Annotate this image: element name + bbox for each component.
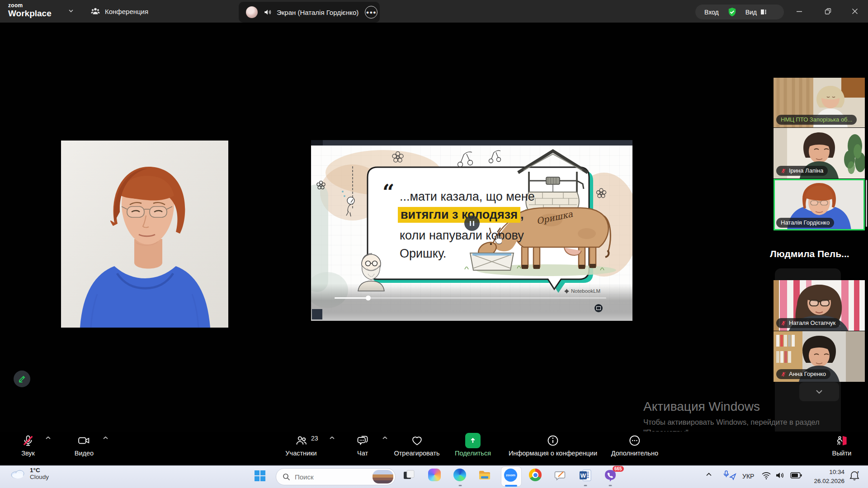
participant-name-label: Наталія Гордієнко xyxy=(776,218,834,228)
more-ellipsis-icon xyxy=(628,432,641,449)
weather-temperature: 1°C xyxy=(30,467,49,474)
highlighted-phrase: витягли з колодязя xyxy=(398,207,520,223)
volume-icon[interactable] xyxy=(775,471,786,480)
camera-icon xyxy=(77,432,91,449)
wifi-icon[interactable] xyxy=(761,471,771,480)
mouse-cursor-hand xyxy=(494,235,502,245)
weather-widget[interactable]: 1°C Cloudy xyxy=(9,467,49,480)
tab-screen-share[interactable]: Экран (Наталія Гордієнко) ●●● xyxy=(239,2,380,23)
zoom-active-indicator xyxy=(505,485,517,487)
info-icon xyxy=(547,432,559,449)
battery-icon[interactable] xyxy=(790,472,802,479)
main-video-natalia-gordiienko xyxy=(61,141,228,328)
windows-logo-icon xyxy=(254,470,266,482)
leave-door-icon xyxy=(835,432,849,449)
participant-tile-nmc-pto[interactable]: НМЦ ПТО Запорізька об... xyxy=(774,78,865,127)
share-window-top-strip xyxy=(311,140,632,145)
view-button[interactable]: Вид xyxy=(745,9,757,16)
notification-bell-icon[interactable]: z xyxy=(849,470,860,482)
word-icon[interactable]: W xyxy=(579,469,592,482)
participant-name-label: Ірина Лапіна xyxy=(776,166,828,176)
close-button[interactable] xyxy=(844,0,865,23)
share-screen-button[interactable]: Поделиться xyxy=(455,432,491,457)
tab-options-ellipsis-icon[interactable]: ●●● xyxy=(365,6,377,19)
restore-button[interactable] xyxy=(817,0,838,23)
speaking-participant-overlay-name: Людмила Пель... xyxy=(770,249,867,259)
annotate-pencil-button[interactable] xyxy=(14,371,30,387)
muted-mic-icon xyxy=(781,320,786,326)
tray-language[interactable]: УКР xyxy=(742,473,754,480)
brand-zoom: zoom xyxy=(8,3,52,8)
participant-name-label: Наталя Остапчук xyxy=(776,318,840,328)
participant-tile-natalia-ostapchuk[interactable]: Наталя Остапчук xyxy=(774,280,865,331)
participant-tile-anna-horenko[interactable]: Анна Горенко xyxy=(774,331,865,382)
cloud-icon xyxy=(9,468,26,479)
chat-options-chevron[interactable] xyxy=(382,436,388,440)
chat-button[interactable]: Чат xyxy=(356,432,369,457)
heart-icon xyxy=(410,432,423,449)
zoom-app-icon[interactable]: zoom xyxy=(504,469,518,482)
quote-line-4: Оришку. xyxy=(400,247,446,261)
search-daily-image[interactable] xyxy=(373,470,393,483)
taskbar-clock[interactable]: 10:34 26.02.2026 xyxy=(808,468,844,485)
speaker-avatar xyxy=(246,6,258,18)
video-progress-track[interactable] xyxy=(335,297,606,299)
speaker-audio-icon xyxy=(263,8,272,17)
tab-conference[interactable]: Конференция xyxy=(90,0,148,23)
notebooklm-logo-icon xyxy=(564,289,569,294)
participants-options-chevron[interactable] xyxy=(329,436,335,440)
video-options-chevron[interactable] xyxy=(103,436,108,440)
weather-condition: Cloudy xyxy=(30,474,49,480)
zoom-workplace-logo: zoom Workplace xyxy=(8,3,52,18)
signin-button[interactable]: Вход xyxy=(704,9,719,16)
tray-expand-chevron[interactable] xyxy=(705,472,712,477)
more-participants-button[interactable] xyxy=(799,382,839,401)
slide-thumbnail-square xyxy=(312,309,322,319)
search-icon xyxy=(283,473,290,481)
fullscreen-icon xyxy=(596,306,601,310)
taskbar-search[interactable] xyxy=(276,468,396,485)
windows-activation-line1: Чтобы активировать Windows, перейдите в … xyxy=(643,418,820,427)
security-shield-icon[interactable] xyxy=(727,7,737,17)
sidebar-scrollbar-thumb[interactable] xyxy=(866,180,867,227)
participant-tile-iryna-lapina[interactable]: Ірина Лапіна xyxy=(774,128,865,178)
audio-options-chevron[interactable] xyxy=(45,436,51,440)
minimize-button[interactable] xyxy=(789,0,810,23)
chat-app-icon[interactable] xyxy=(554,469,567,482)
tray-time: 10:34 xyxy=(808,468,844,477)
brand-workplace: Workplace xyxy=(8,9,52,18)
muted-mic-icon xyxy=(22,432,34,449)
video-button[interactable]: Видео xyxy=(75,432,94,457)
participant-tile-natalia-gordiienko[interactable]: Наталія Гордієнко xyxy=(774,179,865,230)
meeting-info-button[interactable]: Информация о конференции xyxy=(509,432,597,457)
svg-text:z: z xyxy=(857,470,859,474)
audio-button[interactable]: Звук xyxy=(21,432,35,457)
video-progress-handle[interactable] xyxy=(366,296,371,300)
tray-date: 26.02.2026 xyxy=(808,477,844,486)
shared-screen-view: “ ...мати казала, що мене витягли з коло… xyxy=(311,140,632,321)
pencil-icon xyxy=(18,375,26,383)
video-progress-fill xyxy=(335,297,368,299)
edge-icon[interactable] xyxy=(453,469,467,482)
quote-line-2: витягли з колодязя, xyxy=(398,208,524,222)
react-button[interactable]: Отреагировать xyxy=(394,432,439,457)
pause-overlay-button[interactable] xyxy=(464,216,480,231)
main-video-person xyxy=(61,141,228,328)
workspace-chevron-down-icon[interactable] xyxy=(68,8,74,14)
quote-line-3: коли напували корову xyxy=(400,229,524,243)
conference-people-icon xyxy=(90,6,100,16)
participant-name-label: Анна Горенко xyxy=(776,369,830,379)
chrome-icon[interactable] xyxy=(529,469,542,482)
leave-button[interactable]: Выйти xyxy=(832,432,852,457)
start-button[interactable] xyxy=(254,470,266,482)
file-explorer-icon[interactable] xyxy=(478,469,491,482)
more-button[interactable]: Дополнительно xyxy=(611,432,658,457)
search-input[interactable] xyxy=(294,473,363,481)
chevron-down-icon xyxy=(814,387,824,397)
fullscreen-button[interactable] xyxy=(594,304,603,312)
tray-mic-location-icons[interactable] xyxy=(722,470,737,482)
task-view-icon[interactable] xyxy=(402,469,416,482)
participants-count: 23 xyxy=(311,435,318,442)
copilot-icon[interactable] xyxy=(428,469,442,482)
view-layout-icon[interactable] xyxy=(760,9,767,15)
